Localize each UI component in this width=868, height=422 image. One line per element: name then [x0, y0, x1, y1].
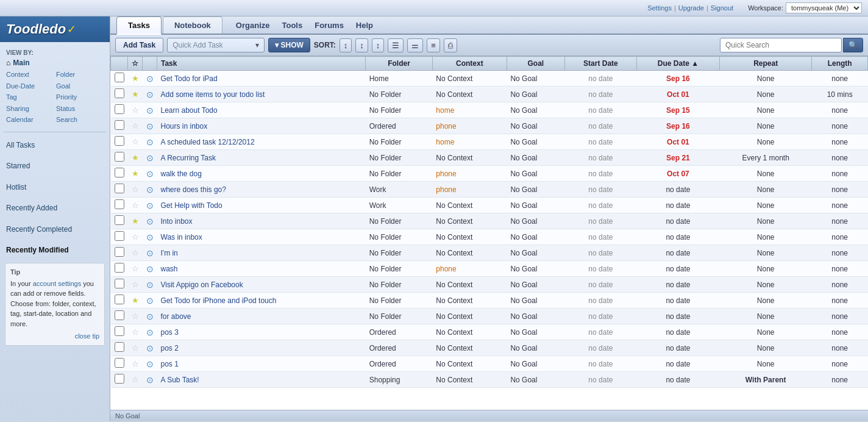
- star-icon[interactable]: ☆: [132, 327, 139, 337]
- task-context-link[interactable]: No Context: [436, 90, 472, 99]
- task-circle-icon[interactable]: ⊙: [146, 296, 154, 306]
- sidebar-view-sharing[interactable]: Sharing: [6, 104, 54, 115]
- task-name-link[interactable]: wash: [161, 265, 178, 273]
- tab-notebook[interactable]: Notebook: [163, 16, 222, 34]
- task-name-link[interactable]: Get Todo for iPad: [161, 74, 218, 83]
- sidebar-view-duedate[interactable]: Due-Date: [6, 81, 54, 92]
- star-icon[interactable]: ☆: [132, 121, 139, 131]
- task-circle-icon[interactable]: ⊙: [146, 153, 154, 163]
- star-icon[interactable]: ☆: [132, 359, 139, 368]
- task-circle-icon[interactable]: ⊙: [146, 232, 154, 242]
- sort-btn-3[interactable]: ↕: [372, 38, 385, 52]
- task-checkbox[interactable]: [115, 184, 124, 193]
- sidebar-item-recently-completed[interactable]: Recently Completed: [0, 221, 110, 237]
- task-context-link[interactable]: No Context: [436, 233, 472, 241]
- task-circle-icon[interactable]: ⊙: [146, 90, 154, 99]
- sidebar-view-context[interactable]: Context: [6, 70, 54, 80]
- task-folder-link[interactable]: Ordered: [369, 328, 396, 337]
- task-checkbox[interactable]: [115, 199, 124, 209]
- search-button[interactable]: 🔍: [843, 38, 863, 52]
- task-name-link[interactable]: Hours in inbox: [161, 122, 208, 131]
- star-icon[interactable]: ☆: [132, 280, 139, 289]
- task-name-link[interactable]: where does this go?: [161, 185, 226, 194]
- task-circle-icon[interactable]: ⊙: [146, 264, 154, 274]
- star-icon[interactable]: ★: [132, 153, 139, 162]
- show-button[interactable]: ▾ SHOW: [268, 38, 310, 52]
- task-context-link[interactable]: phone: [436, 122, 456, 131]
- task-name-link[interactable]: A Recurring Task: [161, 154, 216, 162]
- sort-btn-2[interactable]: ↕: [355, 38, 368, 52]
- task-folder-link[interactable]: No Folder: [369, 138, 402, 146]
- task-folder-link[interactable]: No Folder: [369, 312, 402, 321]
- task-checkbox[interactable]: [115, 152, 124, 162]
- star-icon[interactable]: ☆: [132, 201, 139, 210]
- task-context-link[interactable]: No Context: [436, 249, 472, 257]
- sidebar-view-goal[interactable]: Goal: [56, 81, 104, 92]
- task-context-link[interactable]: No Context: [436, 376, 472, 384]
- star-icon[interactable]: ☆: [132, 312, 139, 321]
- task-circle-icon[interactable]: ⊙: [146, 248, 154, 258]
- task-context-link[interactable]: home: [436, 106, 454, 115]
- task-checkbox[interactable]: [115, 104, 124, 114]
- task-checkbox[interactable]: [115, 168, 124, 177]
- task-name-link[interactable]: Get Todo for iPhone and iPod touch: [161, 296, 277, 305]
- task-context-link[interactable]: No Context: [436, 328, 472, 337]
- star-icon[interactable]: ☆: [132, 343, 139, 352]
- task-checkbox[interactable]: [115, 247, 124, 257]
- settings-btn[interactable]: ⚌: [407, 38, 423, 52]
- close-tip-link[interactable]: close tip: [10, 331, 99, 342]
- task-checkbox[interactable]: [115, 326, 124, 336]
- task-context-link[interactable]: home: [436, 138, 454, 146]
- task-context-link[interactable]: No Context: [436, 312, 472, 321]
- task-circle-icon[interactable]: ⊙: [146, 121, 154, 131]
- task-circle-icon[interactable]: ⊙: [146, 169, 154, 179]
- star-icon[interactable]: ★: [132, 74, 139, 83]
- task-folder-link[interactable]: Work: [369, 201, 386, 210]
- task-circle-icon[interactable]: ⊙: [146, 327, 154, 337]
- quick-search-input[interactable]: [720, 38, 842, 52]
- task-checkbox[interactable]: [115, 120, 124, 130]
- star-icon[interactable]: ☆: [132, 264, 139, 273]
- task-folder-link[interactable]: No Folder: [369, 90, 402, 99]
- sidebar-item-all-tasks[interactable]: All Tasks: [0, 137, 110, 153]
- sidebar-item-recently-modified[interactable]: Recently Modified: [0, 242, 110, 258]
- col-header-duedate[interactable]: Due Date ▲: [636, 57, 719, 71]
- col-header-context[interactable]: Context: [432, 57, 507, 71]
- task-context-link[interactable]: No Context: [436, 154, 472, 162]
- print-btn[interactable]: ⎙: [444, 38, 457, 52]
- col-header-folder[interactable]: Folder: [366, 57, 433, 71]
- star-icon[interactable]: ☆: [132, 185, 139, 194]
- col-header-repeat[interactable]: Repeat: [719, 57, 811, 71]
- task-context-link[interactable]: phone: [436, 185, 456, 194]
- col-header-length[interactable]: Length: [812, 57, 868, 71]
- task-folder-link[interactable]: No Folder: [369, 154, 402, 162]
- task-circle-icon[interactable]: ⊙: [146, 312, 154, 321]
- task-context-link[interactable]: No Context: [436, 296, 472, 305]
- task-context-link[interactable]: No Context: [436, 74, 472, 83]
- signout-link[interactable]: Signout: [711, 4, 733, 12]
- task-folder-link[interactable]: Shopping: [369, 376, 400, 384]
- task-name-link[interactable]: for above: [161, 312, 191, 321]
- task-circle-icon[interactable]: ⊙: [146, 375, 154, 385]
- task-checkbox[interactable]: [115, 358, 124, 368]
- task-checkbox[interactable]: [115, 295, 124, 304]
- sidebar-view-search[interactable]: Search: [56, 115, 104, 126]
- task-folder-link[interactable]: No Folder: [369, 265, 402, 273]
- task-name-link[interactable]: Was in inbox: [161, 233, 202, 241]
- task-folder-link[interactable]: No Folder: [369, 233, 402, 241]
- task-folder-link[interactable]: Ordered: [369, 122, 396, 131]
- task-name-link[interactable]: Into inbox: [161, 217, 193, 226]
- task-name-link[interactable]: pos 1: [161, 360, 179, 368]
- task-checkbox[interactable]: [115, 279, 124, 288]
- columns-btn[interactable]: ☰: [388, 38, 404, 52]
- task-circle-icon[interactable]: ⊙: [146, 106, 154, 115]
- tab-tasks[interactable]: Tasks: [116, 16, 162, 35]
- sidebar-view-tag[interactable]: Tag: [6, 92, 54, 103]
- task-folder-link[interactable]: Home: [369, 74, 389, 83]
- task-checkbox[interactable]: [115, 73, 124, 82]
- quick-add-task-input[interactable]: Quick Add Task ▾: [167, 38, 265, 52]
- task-circle-icon[interactable]: ⊙: [146, 343, 154, 353]
- task-context-link[interactable]: phone: [436, 265, 456, 273]
- task-checkbox[interactable]: [115, 136, 124, 146]
- task-name-link[interactable]: Get Help with Todo: [161, 201, 222, 210]
